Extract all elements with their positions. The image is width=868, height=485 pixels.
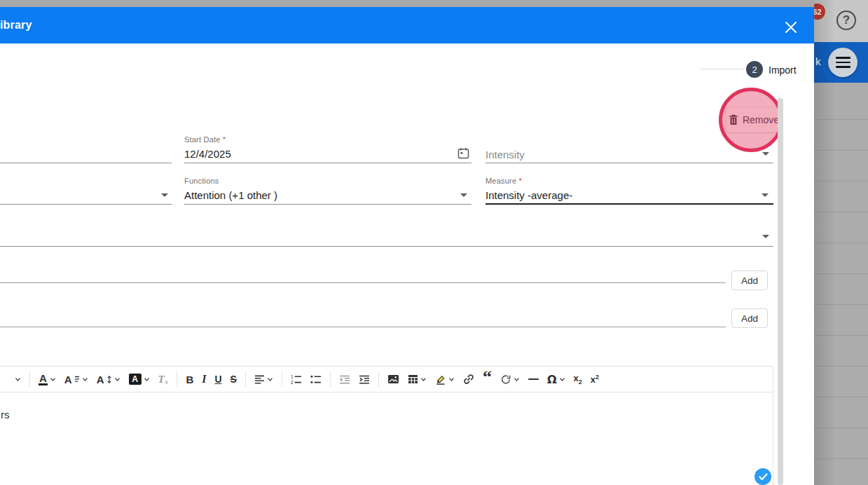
- left-select-underline: [0, 204, 172, 205]
- measure-underline: [485, 203, 773, 205]
- step-2-label[interactable]: Import: [769, 64, 797, 76]
- background-page: 62 ? k: [814, 0, 868, 485]
- svg-text:2: 2: [291, 380, 294, 384]
- add-button-1[interactable]: Add: [731, 271, 768, 290]
- case-change-icon[interactable]: [500, 374, 520, 385]
- table-row-divider: [814, 304, 868, 305]
- functions-label: Functions: [184, 177, 219, 185]
- special-characters-icon[interactable]: Ω: [547, 373, 565, 386]
- start-date-input[interactable]: 12/4/2025: [184, 148, 231, 160]
- italic-icon[interactable]: I: [202, 373, 206, 385]
- add-input-2-underline[interactable]: [0, 327, 726, 327]
- measure-select[interactable]: Intensity -average-: [485, 189, 572, 201]
- confirm-check-fab[interactable]: [755, 468, 771, 485]
- trash-icon: [729, 114, 738, 125]
- editor-content-area[interactable]: rs: [0, 393, 773, 485]
- alignment-icon[interactable]: [254, 375, 273, 384]
- horizontal-line-icon[interactable]: [528, 378, 539, 380]
- underline-icon[interactable]: U: [214, 374, 221, 385]
- background-app-header: 62 ?: [814, 0, 868, 42]
- table-row-divider: [814, 428, 868, 428]
- remove-format-icon[interactable]: T×: [158, 374, 169, 385]
- modal-scrollbar-thumb[interactable]: [778, 98, 783, 485]
- insert-image-icon[interactable]: [387, 374, 399, 384]
- toolbar-separator: [330, 371, 331, 387]
- toolbar-separator: [378, 371, 379, 387]
- paragraph-style-icon[interactable]: [15, 376, 21, 383]
- svg-text:1: 1: [291, 375, 294, 379]
- strikethrough-icon[interactable]: S: [230, 374, 237, 385]
- bulleted-list-icon[interactable]: [310, 375, 322, 384]
- nav-text-fragment: k: [815, 55, 821, 67]
- start-date-underline: [184, 163, 471, 163]
- close-icon[interactable]: [783, 20, 799, 35]
- start-date-label: Start Date *: [184, 135, 226, 144]
- table-row-divider: [814, 397, 868, 397]
- stepper-connector: [701, 69, 744, 69]
- toolbar-separator: [177, 371, 177, 387]
- hamburger-icon: [836, 57, 850, 59]
- font-family-icon[interactable]: A: [64, 374, 88, 385]
- table-row-divider: [814, 335, 868, 336]
- background-navbar: k: [814, 42, 868, 83]
- insert-table-icon[interactable]: [408, 374, 427, 384]
- link-icon[interactable]: [463, 374, 474, 385]
- wide-select-underline[interactable]: [0, 246, 773, 247]
- table-row-divider: [814, 119, 868, 120]
- toolbar-separator: [29, 371, 30, 387]
- functions-underline: [184, 204, 471, 205]
- numbered-list-icon[interactable]: 12: [291, 375, 302, 384]
- functions-select[interactable]: Attention (+1 other ): [184, 189, 277, 201]
- intensity-underline: [485, 163, 773, 163]
- check-icon: [759, 473, 768, 481]
- step-2-circle[interactable]: 2: [746, 61, 763, 78]
- table-row-divider: [814, 150, 868, 151]
- table-row-divider: [814, 242, 868, 243]
- table-row-divider: [814, 212, 868, 212]
- wide-select-caret-icon[interactable]: [762, 235, 769, 238]
- required-asterisk: *: [518, 177, 521, 185]
- add-input-1-underline[interactable]: [0, 282, 726, 283]
- indent-icon[interactable]: [359, 375, 370, 384]
- screen: 62 ? k Library 2 Import: [0, 0, 868, 485]
- highlight-icon[interactable]: [435, 374, 455, 385]
- remove-button-label: Remove: [743, 114, 779, 125]
- rich-text-editor: AAAAT×BIUS12“Ωx2x2 rs: [0, 366, 773, 485]
- toolbar-separator: [245, 371, 246, 387]
- notification-badge: 62: [814, 4, 825, 20]
- intensity-select[interactable]: Intensity: [485, 149, 525, 160]
- intensity-caret-icon[interactable]: [762, 152, 769, 156]
- remove-button[interactable]: Remove: [726, 107, 782, 132]
- font-size-icon[interactable]: A: [97, 374, 120, 385]
- block-quote-icon[interactable]: “: [483, 374, 492, 384]
- import-dialog: Library 2 Import Remove Start Date * 12/…: [0, 7, 814, 485]
- measure-caret-icon[interactable]: [762, 193, 769, 197]
- table-row-divider: [814, 181, 868, 182]
- table-row-divider: [814, 458, 868, 459]
- editor-text-fragment: rs: [1, 409, 10, 421]
- subscript-icon[interactable]: x2: [574, 373, 582, 385]
- bold-icon[interactable]: B: [186, 374, 193, 385]
- toolbar-separator: [282, 371, 282, 387]
- table-row-divider: [814, 273, 868, 274]
- outdent-icon[interactable]: [339, 375, 350, 384]
- font-color-icon[interactable]: A: [39, 374, 56, 385]
- dialog-title: Library: [0, 19, 32, 32]
- superscript-icon[interactable]: x2: [591, 374, 599, 385]
- background-table-rows: [814, 83, 868, 485]
- left-select-caret-icon[interactable]: [161, 193, 168, 197]
- functions-caret-icon[interactable]: [460, 193, 467, 197]
- left-field-underline[interactable]: [0, 163, 172, 163]
- editor-toolbar: AAAAT×BIUS12“Ωx2x2: [0, 367, 773, 392]
- calendar-icon[interactable]: [457, 147, 469, 159]
- table-row-divider: [814, 366, 868, 367]
- measure-label: Measure *: [485, 177, 522, 185]
- dialog-header: Library: [0, 7, 814, 43]
- hamburger-menu-button[interactable]: [828, 48, 857, 77]
- add-button-2[interactable]: Add: [731, 308, 768, 328]
- help-icon[interactable]: ?: [836, 11, 856, 30]
- font-background-color-icon[interactable]: A: [129, 374, 150, 385]
